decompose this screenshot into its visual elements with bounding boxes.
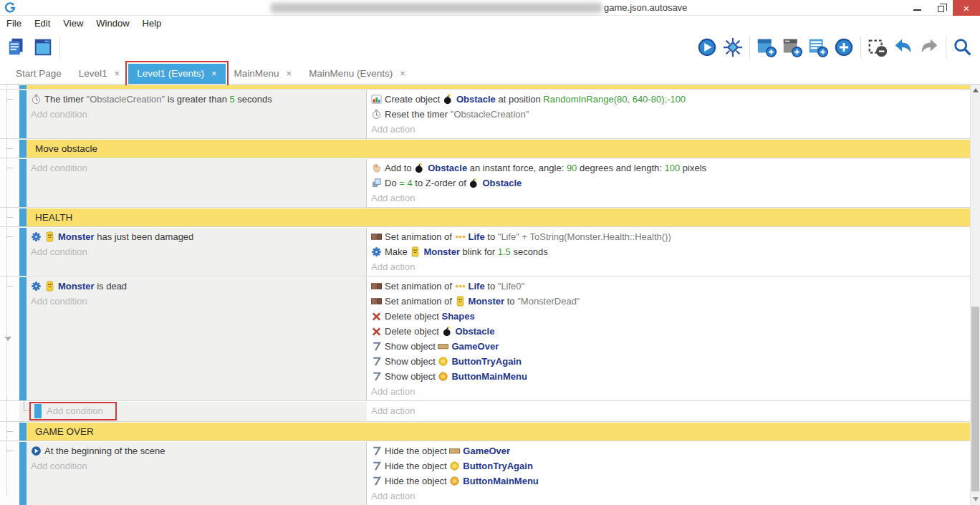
action-row[interactable]: Set animation of Life to "Life0"	[371, 279, 970, 294]
menu-file[interactable]: File	[0, 18, 28, 29]
group-label: HEALTH	[27, 208, 970, 226]
gear-icon	[371, 244, 385, 259]
tab-close-icon[interactable]: ×	[115, 68, 120, 79]
action-row[interactable]: Reset the timer "ObstacleCreation"	[371, 107, 970, 122]
visibility-icon	[371, 369, 385, 384]
scroll-down-icon[interactable]	[973, 497, 979, 501]
project-manager-button[interactable]	[4, 34, 30, 60]
text-segment: 100	[665, 163, 681, 173]
action-row[interactable]: Set animation of Life to "Life" + ToStri…	[371, 229, 970, 244]
text-segment: Create object	[385, 94, 443, 105]
tab-mainmenu-events-[interactable]: MainMenu (Events)×	[300, 64, 414, 84]
redo-button[interactable]	[916, 34, 942, 60]
event-row[interactable]: Add conditionAdd to Obstacle an instant …	[0, 159, 970, 208]
text-segment: At the beginning of the scene	[44, 446, 165, 456]
scene-start-icon	[31, 443, 44, 458]
add-action-button[interactable]: Add action	[371, 403, 970, 418]
add-action-button[interactable]: Add action	[371, 122, 970, 137]
add-condition-button[interactable]: Add condition	[31, 294, 366, 309]
scrollbar-thumb[interactable]	[971, 307, 979, 491]
event-group-row[interactable]: HEALTH	[0, 208, 970, 227]
action-row[interactable]: Show object ButtonTryAgain	[371, 354, 970, 369]
event-color-bar	[19, 90, 27, 138]
undo-button[interactable]	[890, 34, 916, 60]
action-row[interactable]: Hide the object ButtonMainMenu	[371, 473, 970, 489]
menu-help[interactable]: Help	[136, 18, 168, 29]
minimize-button[interactable]	[905, 0, 929, 16]
tab-close-icon[interactable]: ×	[400, 68, 405, 79]
menu-window[interactable]: Window	[90, 18, 135, 29]
event-group-row[interactable]: Move obstacle	[0, 140, 970, 158]
add-condition-button[interactable]: Add condition	[31, 107, 366, 122]
action-row[interactable]: Delete object Shapes	[371, 309, 970, 324]
action-row[interactable]: Create object Obstacle at position Rando…	[371, 92, 970, 107]
event-row[interactable]: Monster is deadAdd conditionSet animatio…	[0, 277, 970, 401]
text-segment: Show object	[385, 356, 438, 367]
tab-close-icon[interactable]: ×	[211, 68, 217, 79]
condition-row[interactable]: Monster has just been damaged	[31, 229, 366, 244]
subevent-row[interactable]: Add conditionAdd action	[0, 402, 970, 422]
event-group-row[interactable]: GAME OVER	[0, 423, 970, 441]
add-action-button[interactable]: Add action	[371, 191, 970, 206]
add-action-button[interactable]: Add action	[371, 489, 970, 504]
condition-row[interactable]: At the beginning of the scene	[31, 443, 366, 458]
actions-cell: Add to Obstacle an instant force, angle:…	[367, 159, 970, 207]
delete-event-button[interactable]	[865, 34, 890, 60]
events-editor: The timer "ObstacleCreation" is greater …	[0, 85, 980, 505]
action-row[interactable]: Hide the object GameOver	[371, 443, 970, 458]
action-row[interactable]: Make Monster blink for 1.5 seconds	[371, 244, 970, 259]
tab-level1-events-[interactable]: Level1 (Events)×	[128, 64, 225, 84]
add-event-button[interactable]	[754, 34, 779, 60]
condition-row[interactable]: Monster is dead	[31, 279, 366, 294]
action-row[interactable]: Add to Obstacle an instant force, angle:…	[371, 160, 970, 175]
vertical-scrollbar[interactable]	[970, 85, 980, 505]
menu-view[interactable]: View	[57, 18, 90, 29]
scene-window-button[interactable]	[30, 34, 56, 60]
event-row[interactable]: Monster has just been damagedAdd conditi…	[0, 228, 970, 276]
tab-start-page[interactable]: Start Page	[7, 64, 70, 84]
event-group-row[interactable]	[0, 85, 970, 90]
add-button[interactable]	[831, 34, 857, 60]
debug-button[interactable]	[720, 34, 746, 60]
events-scroll-area: The timer "ObstacleCreation" is greater …	[0, 85, 970, 505]
collapse-arrow-icon[interactable]	[4, 337, 11, 341]
action-row[interactable]: Set animation of Monster to "MonsterDead…	[371, 294, 970, 309]
add-condition-button[interactable]: Add condition	[31, 244, 366, 259]
play-button[interactable]	[694, 34, 720, 60]
text-segment: has just been damaged	[95, 231, 194, 242]
tab-close-icon[interactable]: ×	[287, 68, 292, 79]
action-row[interactable]: Delete object Obstacle	[371, 324, 970, 339]
action-row[interactable]: Do = 4 to Z-order of Obstacle	[371, 175, 970, 191]
menu-edit[interactable]: Edit	[28, 18, 57, 29]
add-action-button[interactable]: Add action	[371, 259, 970, 274]
monster-icon	[455, 294, 469, 309]
add-subevent-button[interactable]	[779, 34, 805, 60]
add-condition-button[interactable]: Add condition	[31, 458, 366, 473]
action-row[interactable]: Hide the object ButtonTryAgain	[371, 458, 970, 473]
group-label: GAME OVER	[27, 423, 970, 441]
condition-row[interactable]: The timer "ObstacleCreation" is greater …	[31, 92, 366, 107]
text-segment: RandomInRange(80, 640-80);-100	[543, 94, 686, 105]
event-row[interactable]: The timer "ObstacleCreation" is greater …	[0, 90, 970, 139]
tab-mainmenu[interactable]: MainMenu×	[226, 64, 301, 84]
action-row[interactable]: Show object GameOver	[371, 339, 970, 354]
tab-level1[interactable]: Level1×	[70, 64, 128, 84]
action-row[interactable]: Show object ButtonMainMenu	[371, 369, 970, 384]
text-segment: Do	[385, 178, 399, 188]
close-button[interactable]: ×	[953, 0, 980, 16]
text-segment: Show object	[385, 371, 438, 382]
toolbar-separator	[749, 37, 750, 58]
scroll-up-icon[interactable]	[973, 88, 979, 92]
add-comment-button[interactable]	[805, 34, 831, 60]
restore-button[interactable]	[929, 0, 953, 16]
text-segment: Life	[469, 281, 485, 292]
event-row[interactable]: At the beginning of the sceneAdd conditi…	[0, 442, 970, 505]
text-segment: ButtonTryAgain	[463, 461, 533, 471]
monster-icon	[410, 244, 423, 259]
add-action-button[interactable]: Add action	[371, 384, 970, 399]
search-button[interactable]	[950, 34, 976, 60]
actions-cell: Hide the object GameOverHide the object …	[367, 442, 970, 505]
conditions-cell: At the beginning of the sceneAdd conditi…	[27, 442, 367, 505]
event-color-bar	[19, 277, 27, 400]
add-condition-button[interactable]: Add condition	[31, 160, 366, 175]
